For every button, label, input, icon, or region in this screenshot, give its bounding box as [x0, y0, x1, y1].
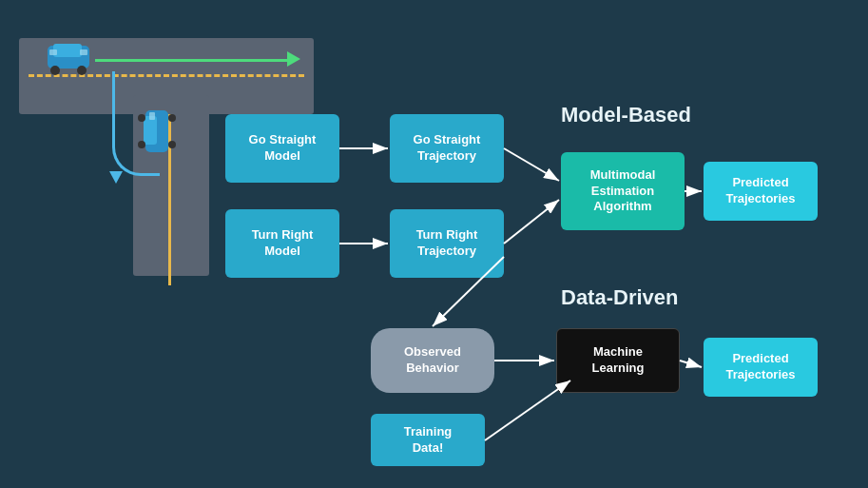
car-vertical: [138, 110, 176, 152]
training-data-box: TrainingData!: [371, 414, 485, 466]
svg-line-16: [504, 148, 559, 181]
multimodal-box: MultimodalEstimationAlgorithm: [561, 152, 685, 230]
svg-rect-4: [49, 49, 57, 55]
svg-rect-1: [53, 44, 82, 57]
car-horizontal: [48, 44, 89, 75]
predicted-traj-2-box: PredictedTrajectories: [704, 338, 818, 397]
svg-point-11: [168, 141, 176, 148]
svg-line-17: [504, 200, 559, 244]
predicted-traj-1-box: PredictedTrajectories: [704, 162, 818, 221]
svg-point-2: [50, 66, 60, 75]
svg-point-8: [138, 114, 145, 122]
turn-right-traj-box: Turn RightTrajectory: [390, 209, 504, 278]
svg-rect-12: [149, 112, 155, 120]
svg-rect-7: [144, 116, 157, 145]
svg-point-9: [138, 141, 145, 148]
observed-behavior-box: ObservedBehavior: [371, 328, 494, 393]
go-straight-traj-box: Go StraightTrajectory: [390, 114, 504, 183]
model-based-label: Model-Based: [561, 103, 691, 127]
svg-point-10: [168, 114, 176, 122]
svg-line-21: [680, 361, 702, 367]
go-straight-model-box: Go StraightModel: [225, 114, 339, 183]
turn-right-model-box: Turn RightModel: [225, 209, 339, 278]
machine-learning-box: MachineLearning: [556, 328, 680, 393]
data-driven-label: Data-Driven: [561, 285, 678, 310]
svg-point-3: [77, 66, 87, 75]
svg-rect-5: [80, 49, 87, 55]
